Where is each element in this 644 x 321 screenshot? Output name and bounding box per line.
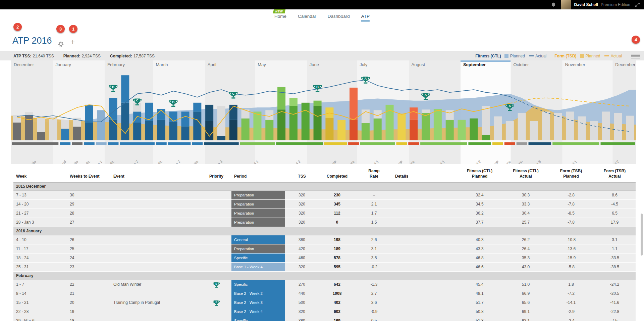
period-badge[interactable]: Preparation — [231, 191, 285, 199]
table-row[interactable]: 29 - Mar 618Specific3801690.551.362.1-2.… — [13, 316, 636, 321]
completed-cell: 189 — [319, 246, 356, 251]
completed-cell: 402 — [319, 300, 356, 305]
atp-week-table: WeekWeeks to EventEventPriorityPeriodTSS… — [13, 166, 636, 321]
ctl-planned-cell: 32.4 — [456, 193, 503, 197]
week-cell: 4 - 10 — [13, 237, 67, 242]
svg-text:B: B — [316, 85, 319, 89]
scrollbar[interactable] — [641, 214, 643, 256]
ctl-planned-cell: 51.7 — [456, 300, 503, 305]
stat-item: Planned:2,924 TSS — [63, 54, 101, 58]
weeks-to-event-cell: 27 — [67, 220, 111, 225]
table-row[interactable]: 4 - 1026General3801982.640.326.2-10.83.1 — [13, 235, 636, 244]
period-badge[interactable]: Specific — [231, 280, 285, 289]
period-badge[interactable]: Preparation — [231, 200, 285, 209]
table-row[interactable]: 8 - 1421Base 2 - Week 244010082.748.166.… — [13, 289, 636, 298]
add-event-button[interactable]: + — [70, 38, 75, 46]
table-row[interactable]: 11 - 1725Preparation4201893.143.326.4-13… — [13, 244, 636, 254]
tss-cell: 460 — [285, 256, 319, 260]
column-header[interactable]: Week — [13, 174, 67, 179]
table-row[interactable]: 15 - 2120Training Camp in Portugal C Bas… — [13, 298, 636, 307]
column-header[interactable]: Event — [111, 174, 201, 179]
svg-text:C: C — [215, 301, 217, 304]
period-badge[interactable]: Base 2 - Week 4 — [231, 307, 285, 316]
step-badge-3: 3 — [56, 25, 65, 33]
period-badge[interactable]: Base 2 - Week 3 — [231, 298, 285, 307]
period-badge[interactable]: Preparation — [231, 244, 285, 253]
column-header[interactable]: TSS — [285, 174, 319, 179]
period-badge[interactable]: Base 1 - Week 4 — [231, 263, 285, 271]
ctl-planned-cell: 37.7 — [456, 220, 503, 225]
atp-stats: ATP TSS:21,640 TSSPlanned:2,924 TSSCompl… — [13, 54, 155, 58]
column-header[interactable]: Form (TSB)Actual — [594, 169, 636, 179]
table-row[interactable]: 25 - 3123Base 1 - Week 4320595-0.246.643… — [13, 263, 636, 272]
table-row[interactable]: 18 - 2424Specific4605783.546.835.3-15.9-… — [13, 254, 636, 263]
tab-home[interactable]: HomeNEW — [274, 14, 286, 21]
period-badge[interactable]: Specific — [231, 254, 285, 262]
column-header[interactable]: Fitness (CTL)Planned — [456, 169, 503, 179]
column-header[interactable]: Completed — [319, 174, 356, 179]
tab-atp[interactable]: ATP — [361, 14, 370, 21]
step-badge-4: 4 — [632, 36, 640, 44]
table-row[interactable]: 28 - Jan 327Preparation32001.537.725.7-7… — [13, 218, 636, 227]
period-badge[interactable]: General — [231, 235, 285, 244]
column-header[interactable]: RampRate — [356, 169, 392, 179]
avatar[interactable] — [561, 0, 571, 9]
ctl-planned-cell: 51.3 — [456, 318, 503, 321]
table-row[interactable]: 14 - 2029Preparation3203452.134.533.3-7.… — [13, 200, 636, 209]
svg-text:C: C — [232, 92, 234, 95]
stat-item: ATP TSS:21,640 TSS — [13, 54, 54, 58]
settings-gear-icon[interactable] — [58, 41, 64, 47]
table-row[interactable]: 21 - 2728Preparation3201121.736.230.4-8.… — [13, 209, 636, 218]
column-header[interactable]: Fitness (CTL)Actual — [503, 169, 548, 179]
fitness-planned-swatch — [504, 54, 508, 58]
ramp-rate-cell: -0.9 — [356, 309, 392, 314]
tab-dashboard[interactable]: Dashboard — [328, 14, 350, 21]
period-badge[interactable]: Specific — [231, 316, 285, 321]
ramp-rate-cell: 3.5 — [356, 256, 392, 260]
completed-cell: 595 — [319, 265, 356, 269]
tsb-planned-cell: -7.8 — [548, 220, 594, 225]
weeks-to-event-cell: 25 — [67, 246, 111, 251]
column-header[interactable]: Period — [231, 174, 285, 179]
svg-text:C: C — [136, 98, 139, 102]
ctl-planned-cell: 40.3 — [456, 237, 503, 242]
period-badge[interactable]: Preparation — [231, 209, 285, 218]
week-cell: 15 - 21 — [13, 300, 67, 305]
period-badge[interactable]: Preparation — [231, 218, 285, 227]
tab-calendar[interactable]: Calendar — [298, 14, 316, 21]
tss-cell: 320 — [285, 265, 319, 269]
table-row[interactable]: 22 - 2819Base 2 - Week 4320602-0.950.869… — [13, 307, 636, 316]
table-row[interactable]: 7 - 1330Preparation320230--32.430.3-2.88… — [13, 191, 636, 200]
column-header[interactable]: Weeks to Event — [67, 174, 111, 179]
notifications-bell-icon[interactable] — [551, 2, 556, 8]
ctl-planned-cell: 46.8 — [456, 256, 503, 260]
period-badge[interactable]: Base 2 - Week 2 — [231, 289, 285, 298]
svg-text:June: June — [310, 62, 319, 67]
svg-text:April: April — [208, 62, 216, 67]
priority-trophy-icon: C — [201, 299, 231, 306]
column-header[interactable]: Form (TSB)Planned — [548, 169, 594, 179]
svg-text:A: A — [508, 104, 511, 108]
ctl-planned-cell: 46.6 — [456, 265, 503, 269]
svg-text:December: December — [615, 62, 636, 67]
week-cell: 22 - 28 — [13, 309, 67, 314]
user-name[interactable]: David Schell — [574, 2, 598, 7]
svg-text:January: January — [56, 62, 71, 67]
step-badge-1: 1 — [69, 25, 77, 33]
column-header[interactable]: Details — [392, 174, 456, 179]
tsb-actual-cell: 8.6 — [594, 193, 636, 197]
ctl-actual-cell: 43.0 — [503, 265, 548, 269]
completed-cell: 602 — [319, 309, 356, 314]
atp-chart[interactable]: PreparatioGeneralPreparatioSpecificBase … — [0, 60, 644, 164]
tsb-actual-cell: 3.1 — [594, 237, 636, 242]
table-row[interactable]: 1 - 722Old Man Winter B Specific270642-1… — [13, 280, 636, 289]
chart-menu-icon[interactable] — [631, 54, 640, 58]
tsb-actual-cell: -41.6 — [594, 300, 636, 305]
tsb-actual-cell: -38.5 — [594, 265, 636, 269]
svg-text:September: September — [463, 62, 486, 67]
fullscreen-icon[interactable] — [635, 2, 640, 7]
stats-bar: ATP TSS:21,640 TSSPlanned:2,924 TSSCompl… — [0, 51, 644, 60]
form-planned-label: Planned — [586, 54, 600, 58]
column-header[interactable]: Priority — [201, 174, 231, 179]
week-cell: 28 - Jan 3 — [13, 220, 67, 225]
